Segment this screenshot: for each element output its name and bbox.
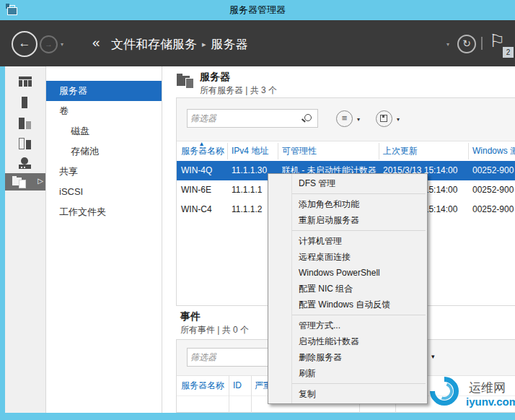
refresh-button[interactable]: ↻ (457, 35, 476, 53)
sidebar-item-volumes[interactable]: 卷 (46, 101, 162, 121)
servers-group-icon[interactable] (19, 138, 32, 149)
menu-item-dfs-management[interactable]: DFS 管理 (268, 175, 427, 191)
column-divider (227, 143, 228, 159)
breadcrumb-current[interactable]: 服务器 (211, 38, 248, 51)
column-header-ipv4[interactable]: IPv4 地址 (232, 141, 268, 161)
cell-ipv4: 11.1.1.1 (232, 180, 262, 200)
cell-activation: 00252-900 (472, 180, 514, 200)
servers-filter-input[interactable] (188, 110, 307, 127)
column-header-activation[interactable]: Windows 激活 (472, 141, 515, 161)
sidebar-item-work-folders[interactable]: 工作文件夹 (46, 202, 162, 222)
save-icon (380, 115, 387, 122)
list-icon: ≡ (337, 111, 352, 126)
menu-item-add-roles-features[interactable]: 添加角色和功能 (268, 196, 427, 212)
menu-item-copy[interactable]: 复制 (268, 386, 427, 402)
cell-ipv4: 11.1.1.2 (232, 200, 262, 219)
servers-table-header: ▴ 服务器名称 IPv4 地址 可管理性 上次更新 Windows 激活 (177, 141, 515, 162)
menu-item-restart-server[interactable]: 重新启动服务器 (268, 212, 427, 228)
events-dropdown-caret-icon[interactable]: ▾ (431, 353, 435, 360)
sidebar-item-disks[interactable]: 磁盘 (46, 121, 162, 141)
refresh-icon: ↻ (462, 38, 471, 49)
notification-count-badge: 2 (503, 47, 514, 58)
list-view-caret-icon[interactable]: ▾ (357, 116, 360, 123)
servers-panel-title: 服务器 (200, 71, 230, 84)
save-view-caret-icon[interactable]: ▾ (397, 116, 400, 123)
menu-item-remote-desktop[interactable]: 远程桌面连接 (268, 249, 427, 265)
save-view-button[interactable] (376, 110, 392, 127)
servers-filter-box (187, 109, 318, 128)
menu-separator (292, 193, 426, 194)
sidebar-item-shares[interactable]: 共享 (46, 162, 162, 182)
cell-activation: 00252-900 (472, 161, 514, 180)
navigation-bar: ← → ▾ « 文件和存储服务▸服务器 ▾ ↻ ⚐ 2 (0, 20, 515, 66)
servers-panel-icon (177, 73, 195, 89)
column-header-id[interactable]: ID (233, 376, 242, 395)
sidebar-item-iscsi[interactable]: iSCSI (46, 182, 162, 202)
window-border-left (0, 66, 5, 420)
list-view-button[interactable]: ≡ (336, 110, 353, 127)
back-arrow-icon: ← (19, 36, 31, 50)
dashboard-icon[interactable] (19, 76, 32, 87)
menu-item-windows-powershell[interactable]: Windows PowerShell (268, 265, 427, 281)
events-panel-subtitle: 所有事件 | 共 0 个 (180, 324, 249, 336)
menu-item-configure-feedback[interactable]: 配置 Windows 自动反馈 (268, 297, 427, 312)
local-server-icon[interactable] (19, 97, 32, 108)
rail-expand-arrow-icon: ▷ (38, 177, 43, 185)
cell-activation: 00252-900 (472, 200, 514, 219)
back-button[interactable]: ← (12, 31, 38, 57)
breadcrumb-root[interactable]: 文件和存储服务 (111, 38, 197, 51)
forward-button[interactable]: → (40, 35, 58, 53)
column-header-server-name[interactable]: 服务器名称 (181, 141, 224, 161)
menu-item-configure-nic-teaming[interactable]: 配置 NIC 组合 (268, 281, 427, 297)
column-grid-line (229, 376, 229, 414)
scope-dropdown-caret-icon[interactable]: ▾ (446, 41, 449, 48)
watermark: 运维网 iyunv.com (424, 374, 515, 413)
sidebar-nav-pane: 服务器 卷 磁盘 存储池 共享 iSCSI 工作文件夹 (46, 66, 162, 413)
sidebar-item-storage-pools[interactable]: 存储池 (46, 141, 162, 162)
menu-item-manage-as[interactable]: 管理方式... (268, 318, 427, 333)
titlebar: 服务器管理器 (0, 0, 515, 20)
cell-ipv4: 11.1.1.30 (232, 161, 267, 180)
context-menu: DFS 管理 添加角色和功能 重新启动服务器 计算机管理 远程桌面连接 Wind… (268, 173, 428, 404)
cell-server-name: WIN-6E (181, 180, 211, 200)
file-storage-services-icon (12, 176, 28, 188)
menu-item-start-perf-counters[interactable]: 启动性能计数器 (268, 333, 427, 349)
all-servers-icon[interactable] (19, 118, 32, 129)
breadcrumb-separator-icon: ▸ (202, 40, 206, 48)
window-border-bottom (0, 413, 515, 420)
servers-toolbar: ≡ ▾ ▾ (177, 98, 515, 141)
collapse-chevrons-icon[interactable]: « (92, 35, 99, 51)
events-panel-title: 事件 (180, 310, 201, 323)
web-server-icon[interactable] (19, 157, 32, 170)
cell-server-name: WIN-C4 (181, 200, 212, 219)
column-header-manageability[interactable]: 可管理性 (282, 141, 317, 161)
column-divider (468, 143, 469, 159)
column-grid-line (251, 376, 252, 414)
file-storage-services-rail-item[interactable]: ▷ (5, 173, 45, 191)
history-dropdown-caret-icon[interactable]: ▾ (61, 41, 63, 48)
menu-separator (292, 230, 426, 231)
navbar-divider (481, 37, 483, 50)
column-divider (278, 143, 278, 159)
menu-separator (292, 383, 426, 384)
menu-item-computer-management[interactable]: 计算机管理 (268, 233, 427, 249)
breadcrumb: 文件和存储服务▸服务器 (111, 36, 248, 53)
column-divider (379, 143, 379, 159)
sidebar-item-servers[interactable]: 服务器 (46, 81, 162, 101)
column-header-server-name[interactable]: 服务器名称 (181, 376, 224, 395)
watermark-name: 运维网 (469, 380, 506, 396)
watermark-domain: iyunv.com (466, 395, 515, 408)
column-header-last-update[interactable]: 上次更新 (383, 141, 418, 161)
menu-item-remove-server[interactable]: 删除服务器 (268, 349, 427, 365)
servers-panel-subtitle: 所有服务器 | 共 3 个 (200, 84, 277, 97)
window-title: 服务器管理器 (0, 0, 515, 20)
menu-separator (292, 315, 426, 315)
module-icon-rail: ▷ (5, 66, 46, 413)
forward-arrow-icon: → (45, 40, 53, 48)
menu-item-refresh[interactable]: 刷新 (268, 365, 427, 381)
search-icon[interactable] (304, 114, 312, 121)
cell-server-name: WIN-4Q (181, 161, 212, 180)
